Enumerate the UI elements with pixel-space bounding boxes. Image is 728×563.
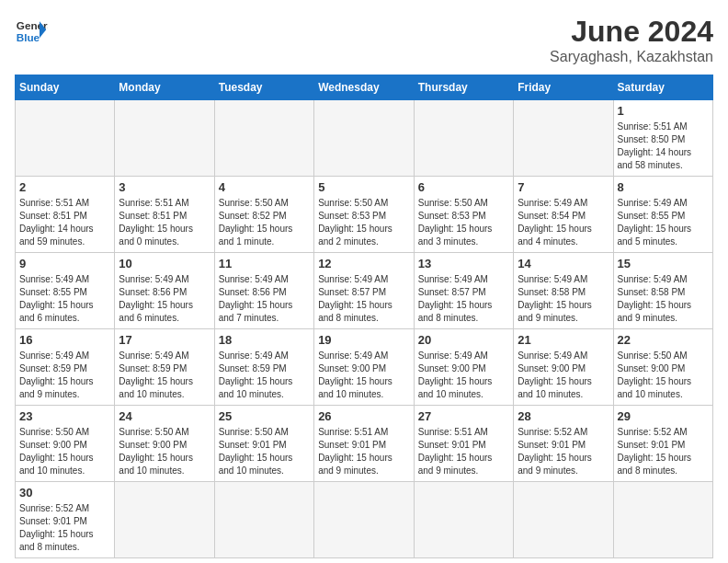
calendar-cell: 27Sunrise: 5:51 AM Sunset: 9:01 PM Dayli… bbox=[414, 406, 513, 482]
day-info: Sunrise: 5:50 AM Sunset: 9:00 PM Dayligh… bbox=[119, 426, 210, 477]
day-number: 5 bbox=[318, 180, 410, 194]
day-number: 1 bbox=[618, 104, 710, 118]
calendar-cell: 6Sunrise: 5:50 AM Sunset: 8:53 PM Daylig… bbox=[414, 177, 513, 253]
day-number: 25 bbox=[219, 409, 310, 423]
day-info: Sunrise: 5:49 AM Sunset: 8:56 PM Dayligh… bbox=[219, 273, 310, 325]
day-info: Sunrise: 5:50 AM Sunset: 9:00 PM Dayligh… bbox=[19, 426, 110, 477]
calendar-cell bbox=[613, 482, 713, 558]
calendar-cell: 9Sunrise: 5:49 AM Sunset: 8:55 PM Daylig… bbox=[16, 253, 115, 329]
calendar-cell: 19Sunrise: 5:49 AM Sunset: 9:00 PM Dayli… bbox=[314, 329, 415, 406]
weekday-header-thursday: Thursday bbox=[414, 75, 513, 100]
calendar-cell bbox=[514, 100, 613, 177]
calendar-cell bbox=[414, 100, 513, 177]
calendar-cell: 1Sunrise: 5:51 AM Sunset: 8:50 PM Daylig… bbox=[613, 100, 713, 177]
calendar-cell: 29Sunrise: 5:52 AM Sunset: 9:01 PM Dayli… bbox=[613, 406, 713, 482]
day-info: Sunrise: 5:49 AM Sunset: 9:00 PM Dayligh… bbox=[318, 350, 410, 401]
calendar-cell: 26Sunrise: 5:51 AM Sunset: 9:01 PM Dayli… bbox=[314, 406, 415, 482]
logo-icon: General Blue bbox=[15, 15, 48, 48]
day-info: Sunrise: 5:49 AM Sunset: 9:00 PM Dayligh… bbox=[518, 350, 609, 401]
week-row-4: 16Sunrise: 5:49 AM Sunset: 8:59 PM Dayli… bbox=[16, 329, 713, 406]
calendar-cell: 11Sunrise: 5:49 AM Sunset: 8:56 PM Dayli… bbox=[214, 253, 313, 329]
calendar-cell: 18Sunrise: 5:49 AM Sunset: 8:59 PM Dayli… bbox=[214, 329, 313, 406]
weekday-header-wednesday: Wednesday bbox=[314, 75, 415, 100]
day-info: Sunrise: 5:49 AM Sunset: 8:54 PM Dayligh… bbox=[518, 197, 609, 248]
week-row-3: 9Sunrise: 5:49 AM Sunset: 8:55 PM Daylig… bbox=[16, 253, 713, 329]
svg-text:Blue: Blue bbox=[17, 31, 40, 43]
day-number: 3 bbox=[119, 180, 210, 194]
day-info: Sunrise: 5:52 AM Sunset: 9:01 PM Dayligh… bbox=[19, 502, 110, 554]
calendar-title: June 2024 bbox=[550, 15, 713, 49]
calendar-cell: 21Sunrise: 5:49 AM Sunset: 9:00 PM Dayli… bbox=[514, 329, 613, 406]
day-info: Sunrise: 5:49 AM Sunset: 9:00 PM Dayligh… bbox=[418, 350, 509, 401]
day-info: Sunrise: 5:50 AM Sunset: 8:52 PM Dayligh… bbox=[219, 197, 310, 248]
calendar-cell: 17Sunrise: 5:49 AM Sunset: 8:59 PM Dayli… bbox=[115, 329, 214, 406]
calendar-table: SundayMondayTuesdayWednesdayThursdayFrid… bbox=[15, 75, 713, 558]
day-number: 8 bbox=[618, 180, 710, 194]
calendar-cell: 30Sunrise: 5:52 AM Sunset: 9:01 PM Dayli… bbox=[16, 482, 115, 558]
header: General Blue June 2024 Saryaghash, Kazak… bbox=[15, 15, 713, 65]
title-area: June 2024 Saryaghash, Kazakhstan bbox=[550, 15, 713, 65]
calendar-cell: 15Sunrise: 5:49 AM Sunset: 8:58 PM Dayli… bbox=[613, 253, 713, 329]
calendar-cell: 5Sunrise: 5:50 AM Sunset: 8:53 PM Daylig… bbox=[314, 177, 415, 253]
calendar-cell bbox=[214, 482, 313, 558]
day-info: Sunrise: 5:51 AM Sunset: 8:50 PM Dayligh… bbox=[618, 121, 710, 172]
calendar-cell: 28Sunrise: 5:52 AM Sunset: 9:01 PM Dayli… bbox=[514, 406, 613, 482]
day-number: 20 bbox=[418, 333, 509, 347]
day-number: 22 bbox=[618, 333, 710, 347]
calendar-cell: 7Sunrise: 5:49 AM Sunset: 8:54 PM Daylig… bbox=[514, 177, 613, 253]
weekday-header-friday: Friday bbox=[514, 75, 613, 100]
day-number: 24 bbox=[119, 409, 210, 423]
day-info: Sunrise: 5:51 AM Sunset: 8:51 PM Dayligh… bbox=[119, 197, 210, 248]
day-number: 27 bbox=[418, 409, 509, 423]
day-info: Sunrise: 5:49 AM Sunset: 8:57 PM Dayligh… bbox=[418, 273, 509, 325]
day-info: Sunrise: 5:49 AM Sunset: 8:59 PM Dayligh… bbox=[119, 350, 210, 401]
calendar-subtitle: Saryaghash, Kazakhstan bbox=[550, 49, 713, 65]
calendar-cell: 16Sunrise: 5:49 AM Sunset: 8:59 PM Dayli… bbox=[16, 329, 115, 406]
week-row-5: 23Sunrise: 5:50 AM Sunset: 9:00 PM Dayli… bbox=[16, 406, 713, 482]
calendar-cell: 8Sunrise: 5:49 AM Sunset: 8:55 PM Daylig… bbox=[613, 177, 713, 253]
day-info: Sunrise: 5:52 AM Sunset: 9:01 PM Dayligh… bbox=[618, 426, 710, 477]
day-number: 12 bbox=[318, 257, 410, 270]
day-number: 6 bbox=[418, 180, 509, 194]
day-number: 10 bbox=[119, 257, 210, 270]
day-info: Sunrise: 5:50 AM Sunset: 9:01 PM Dayligh… bbox=[219, 426, 310, 477]
calendar-cell bbox=[115, 482, 214, 558]
day-number: 17 bbox=[119, 333, 210, 347]
day-number: 19 bbox=[318, 333, 410, 347]
weekday-header-row: SundayMondayTuesdayWednesdayThursdayFrid… bbox=[16, 75, 713, 100]
day-info: Sunrise: 5:50 AM Sunset: 8:53 PM Dayligh… bbox=[418, 197, 509, 248]
day-info: Sunrise: 5:49 AM Sunset: 8:58 PM Dayligh… bbox=[518, 273, 609, 325]
day-number: 18 bbox=[219, 333, 310, 347]
day-info: Sunrise: 5:49 AM Sunset: 8:59 PM Dayligh… bbox=[219, 350, 310, 401]
week-row-2: 2Sunrise: 5:51 AM Sunset: 8:51 PM Daylig… bbox=[16, 177, 713, 253]
calendar-cell: 12Sunrise: 5:49 AM Sunset: 8:57 PM Dayli… bbox=[314, 253, 415, 329]
calendar-cell bbox=[314, 100, 415, 177]
day-info: Sunrise: 5:49 AM Sunset: 8:55 PM Dayligh… bbox=[19, 273, 110, 325]
calendar-cell: 20Sunrise: 5:49 AM Sunset: 9:00 PM Dayli… bbox=[414, 329, 513, 406]
weekday-header-sunday: Sunday bbox=[16, 75, 115, 100]
calendar-cell: 3Sunrise: 5:51 AM Sunset: 8:51 PM Daylig… bbox=[115, 177, 214, 253]
calendar-cell bbox=[115, 100, 214, 177]
weekday-header-monday: Monday bbox=[115, 75, 214, 100]
day-info: Sunrise: 5:50 AM Sunset: 8:53 PM Dayligh… bbox=[318, 197, 410, 248]
day-number: 11 bbox=[219, 257, 310, 270]
day-number: 15 bbox=[618, 257, 710, 270]
week-row-1: 1Sunrise: 5:51 AM Sunset: 8:50 PM Daylig… bbox=[16, 100, 713, 177]
calendar-cell: 4Sunrise: 5:50 AM Sunset: 8:52 PM Daylig… bbox=[214, 177, 313, 253]
day-info: Sunrise: 5:50 AM Sunset: 9:00 PM Dayligh… bbox=[618, 350, 710, 401]
day-info: Sunrise: 5:51 AM Sunset: 9:01 PM Dayligh… bbox=[318, 426, 410, 477]
calendar-cell bbox=[16, 100, 115, 177]
week-row-6: 30Sunrise: 5:52 AM Sunset: 9:01 PM Dayli… bbox=[16, 482, 713, 558]
calendar-cell bbox=[414, 482, 513, 558]
weekday-header-tuesday: Tuesday bbox=[214, 75, 313, 100]
day-number: 7 bbox=[518, 180, 609, 194]
day-number: 30 bbox=[19, 486, 110, 500]
day-number: 23 bbox=[19, 409, 110, 423]
day-info: Sunrise: 5:49 AM Sunset: 8:55 PM Dayligh… bbox=[618, 197, 710, 248]
calendar-cell: 23Sunrise: 5:50 AM Sunset: 9:00 PM Dayli… bbox=[16, 406, 115, 482]
calendar-cell: 2Sunrise: 5:51 AM Sunset: 8:51 PM Daylig… bbox=[16, 177, 115, 253]
day-number: 13 bbox=[418, 257, 509, 270]
day-number: 14 bbox=[518, 257, 609, 270]
day-info: Sunrise: 5:51 AM Sunset: 8:51 PM Dayligh… bbox=[19, 197, 110, 248]
day-info: Sunrise: 5:49 AM Sunset: 8:58 PM Dayligh… bbox=[618, 273, 710, 325]
